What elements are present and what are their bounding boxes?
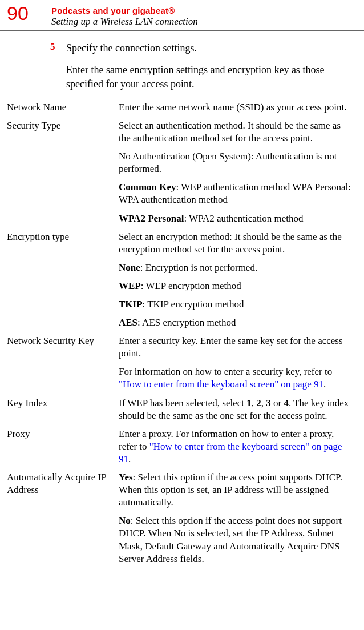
setting-key-index: Key Index If WEP has been selected, sele… [5, 397, 359, 422]
setting-text: AES: AES encryption method [119, 316, 354, 329]
setting-text: Enter the same network name (SSID) as yo… [119, 101, 354, 114]
setting-text: For information on how to enter a securi… [119, 366, 354, 391]
setting-content: Enter a proxy. For information on how to… [119, 428, 359, 466]
setting-text: Select an encryption method: It should b… [119, 231, 354, 256]
setting-text: Yes: Select this option if the access po… [119, 471, 354, 509]
page-header: 90 Podcasts and your gigabeat® Setting u… [0, 0, 364, 31]
setting-security-type: Security Type Select an authentication m… [5, 119, 359, 225]
cross-reference-link[interactable]: "How to enter from the keyboard screen" … [119, 441, 342, 464]
setting-text: Select an authentication method. It shou… [119, 119, 354, 145]
page-number: 90 [0, 3, 51, 23]
text-bold: 1 [246, 398, 252, 408]
text-part: : TKIP encryption method [143, 299, 244, 310]
setting-content: Select an encryption method: It should b… [119, 231, 359, 330]
setting-text: WEP: WEP encryption method [119, 280, 354, 292]
setting-label: Automatically Acquire IP Address [5, 471, 119, 565]
text-part: . [323, 379, 326, 390]
setting-encryption-type: Encryption type Select an encryption met… [5, 231, 359, 330]
step-row: 5 Specify the connection settings. [0, 31, 364, 55]
step-text: Specify the connection settings. [66, 41, 197, 55]
cross-reference-link[interactable]: "How to enter from the keyboard screen" … [119, 379, 323, 390]
text-part: : Encryption is not performed. [140, 262, 257, 273]
setting-network-name: Network Name Enter the same network name… [5, 101, 359, 114]
header-subtitle: Setting up a Wireless LAN connection [51, 16, 198, 27]
text-part: : AES encryption method [137, 317, 236, 328]
text-part: For information on how to enter a securi… [119, 366, 332, 377]
setting-auto-ip: Automatically Acquire IP Address Yes: Se… [5, 471, 359, 565]
text-bold: 3 [266, 398, 271, 408]
text-part: No Authentication (Open System) [119, 151, 251, 162]
setting-content: Enter a security key. Enter the same key… [119, 335, 359, 391]
text-bold: WEP [119, 280, 141, 291]
setting-label: Key Index [5, 397, 119, 422]
text-bold: No [119, 515, 131, 526]
setting-label: Proxy [5, 428, 119, 466]
text-bold: Yes [119, 472, 133, 483]
settings-table: Network Name Enter the same network name… [0, 101, 364, 565]
text-part: , [252, 398, 257, 408]
setting-text: Enter a security key. Enter the same key… [119, 335, 354, 360]
setting-label: Network Name [5, 101, 119, 114]
setting-text: Common Key: WEP authentication method WP… [119, 181, 354, 206]
setting-content: If WEP has been selected, select 1, 2, 3… [119, 397, 359, 422]
setting-label: Network Security Key [5, 335, 119, 391]
text-part: If WEP has been selected, select [119, 398, 246, 408]
text-part: : WEP encryption method [141, 280, 241, 291]
setting-content: Enter the same network name (SSID) as yo… [119, 101, 359, 114]
setting-text: No: Select this option if the access poi… [119, 515, 354, 565]
text-part: or [271, 398, 284, 408]
text-part: : Select this option if the access point… [119, 472, 342, 508]
setting-text: TKIP: TKIP encryption method [119, 298, 354, 311]
text-bold: TKIP [119, 299, 143, 310]
text-bold: None [119, 262, 140, 273]
text-bold: 4 [284, 398, 289, 408]
setting-text: WPA2 Personal: WPA2 authentication metho… [119, 212, 354, 225]
text-part: , [261, 398, 266, 408]
header-title: Podcasts and your gigabeat® [51, 6, 198, 15]
text-part: : Select this option if the access point… [119, 515, 342, 564]
step-number: 5 [50, 41, 66, 55]
text-part: . [128, 454, 131, 464]
step-paragraph: Enter the same encryption settings and e… [0, 55, 364, 91]
setting-security-key: Network Security Key Enter a security ke… [5, 335, 359, 391]
setting-text: If WEP has been selected, select 1, 2, 3… [119, 397, 354, 422]
setting-content: Yes: Select this option if the access po… [119, 471, 359, 565]
header-titles: Podcasts and your gigabeat® Setting up a… [51, 3, 198, 27]
text-bold: Common Key [119, 182, 176, 192]
text-part: : WPA2 authentication method [184, 213, 303, 224]
setting-proxy: Proxy Enter a proxy. For information on … [5, 428, 359, 466]
setting-content: Select an authentication method. It shou… [119, 119, 359, 225]
text-bold: 2 [256, 398, 261, 408]
setting-text: Enter a proxy. For information on how to… [119, 428, 354, 466]
setting-text: None: Encryption is not performed. [119, 262, 354, 274]
text-bold: AES [119, 317, 137, 328]
setting-text: No Authentication (Open System): Authent… [119, 150, 354, 175]
setting-label: Encryption type [5, 231, 119, 330]
text-bold: WPA2 Personal [119, 213, 184, 224]
setting-label: Security Type [5, 119, 119, 225]
